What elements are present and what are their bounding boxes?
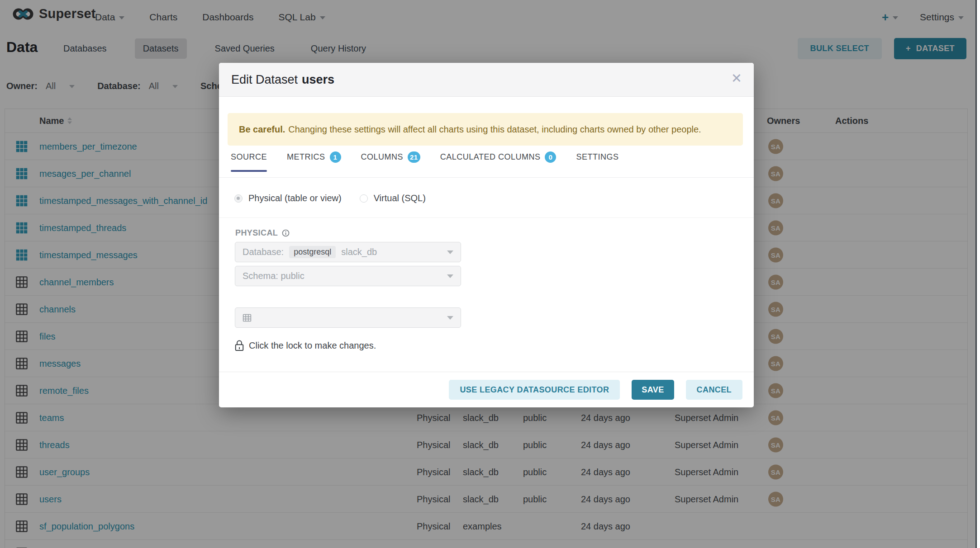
chevron-down-icon	[447, 250, 453, 254]
superset-app: Superset DataChartsDashboardsSQL Lab + S…	[0, 0, 980, 548]
schema-select[interactable]: Schema: public	[235, 266, 461, 286]
modal-tab-label: COLUMNS	[361, 152, 404, 162]
modal-tab-label: SETTINGS	[576, 152, 618, 162]
modal-tab-label: SOURCE	[231, 152, 267, 162]
database-select[interactable]: Database: postgresql slack_db	[235, 242, 461, 262]
use-legacy-editor-button[interactable]: USE LEGACY DATASOURCE EDITOR	[449, 380, 620, 400]
warning-alert: Be careful. Changing these settings will…	[228, 113, 743, 146]
physical-section-label: PHYSICAL	[235, 228, 290, 238]
divider	[219, 217, 754, 218]
modal-tab-columns[interactable]: COLUMNS21	[361, 151, 420, 172]
count-badge: 1	[330, 151, 341, 163]
count-badge: 21	[408, 151, 420, 163]
lock-hint-text: Click the lock to make changes.	[249, 340, 376, 351]
chevron-down-icon	[447, 274, 453, 278]
lock-row: Click the lock to make changes.	[234, 340, 376, 352]
radio-physical-table-or-view-[interactable]: Physical (table or view)	[234, 193, 342, 203]
modal-tab-source[interactable]: SOURCE	[231, 151, 267, 172]
edit-dataset-modal: Edit Datasetusers ✕ Be careful. Changing…	[219, 63, 754, 407]
divider	[219, 177, 754, 178]
engine-pill: postgresql	[289, 246, 336, 258]
modal-tab-label: CALCULATED COLUMNS	[440, 152, 541, 162]
radio-label: Virtual (SQL)	[374, 193, 426, 203]
modal-header: Edit Datasetusers ✕	[219, 63, 754, 97]
modal-tab-metrics[interactable]: METRICS1	[287, 151, 341, 172]
radio-circle-icon	[360, 194, 368, 203]
count-badge: 0	[545, 151, 556, 163]
dataset-type-radios: Physical (table or view)Virtual (SQL)	[234, 193, 426, 203]
modal-title: Edit Datasetusers	[231, 73, 334, 87]
close-icon[interactable]: ✕	[731, 72, 742, 85]
info-icon[interactable]	[282, 229, 290, 237]
modal-tab-settings[interactable]: SETTINGS	[576, 151, 618, 172]
modal-tabs: SOURCEMETRICS1COLUMNS21CALCULATED COLUMN…	[231, 151, 618, 172]
radio-label: Physical (table or view)	[248, 193, 342, 203]
radio-circle-icon	[234, 194, 243, 203]
cancel-button[interactable]: CANCEL	[686, 380, 742, 400]
lock-icon[interactable]	[234, 340, 244, 352]
save-button[interactable]: SAVE	[632, 380, 674, 400]
modal-footer: USE LEGACY DATASOURCE EDITOR SAVE CANCEL	[219, 372, 754, 407]
radio-virtual-sql-[interactable]: Virtual (SQL)	[360, 193, 426, 203]
window-edge-strip	[975, 0, 980, 548]
modal-tab-label: METRICS	[287, 152, 325, 162]
table-icon	[243, 313, 252, 322]
dataset-name: users	[302, 73, 334, 86]
chevron-down-icon	[447, 316, 453, 320]
modal-tab-calculated-columns[interactable]: CALCULATED COLUMNS0	[440, 151, 557, 172]
table-select[interactable]	[235, 307, 461, 328]
